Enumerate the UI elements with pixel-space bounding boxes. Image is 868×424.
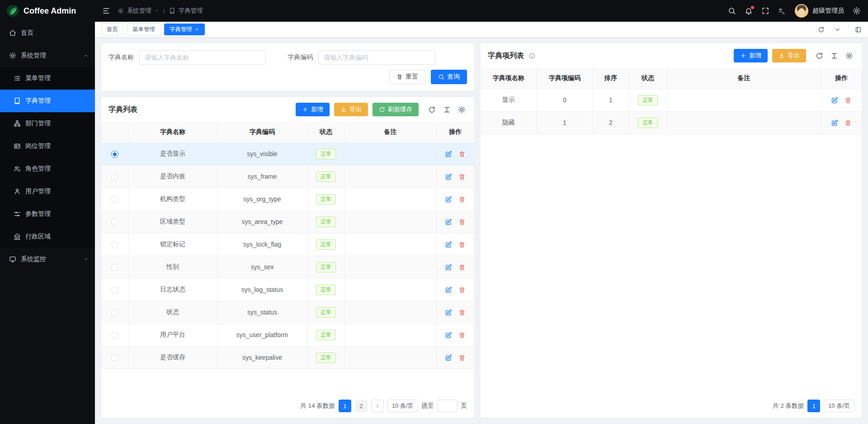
row-radio[interactable] (111, 173, 118, 181)
dict-table-row[interactable]: 是否内嵌sys_frame正常 (101, 165, 474, 188)
refresh-tab-button[interactable] (813, 22, 829, 37)
export-dict-button[interactable]: 导出 (334, 103, 368, 116)
collapse-sidebar-button[interactable] (102, 7, 110, 15)
row-radio[interactable] (111, 332, 118, 339)
dict-table-row[interactable]: 是否缓存sys_keepalive正常 (101, 346, 474, 369)
edit-row-button[interactable] (445, 219, 452, 226)
breadcrumb-level1[interactable]: 系统管理 (127, 7, 151, 15)
column-settings-button[interactable] (457, 106, 467, 114)
row-radio[interactable] (111, 151, 118, 158)
search-button[interactable] (728, 7, 736, 15)
jump-page-input[interactable] (438, 400, 458, 412)
edit-row-button[interactable] (445, 241, 452, 248)
add-item-button[interactable]: 新增 (734, 49, 768, 62)
gear-icon (118, 8, 124, 14)
close-icon[interactable] (195, 27, 199, 32)
translate-button[interactable]: 文A (778, 7, 786, 15)
sidebar-group-system-mgmt[interactable]: 系统管理 (0, 44, 95, 67)
page-button-1[interactable]: 1 (339, 400, 351, 412)
refresh-table-button[interactable] (814, 52, 825, 60)
delete-row-button[interactable] (458, 286, 466, 294)
dict-table-row[interactable]: 区域类型sys_area_type正常 (101, 210, 474, 233)
refresh-table-button[interactable] (427, 106, 437, 114)
next-page-button[interactable] (371, 400, 384, 412)
edit-row-button[interactable] (445, 286, 452, 294)
fullscreen-button[interactable] (761, 7, 769, 15)
dict-table-row[interactable]: 日志状态sys_log_status正常 (101, 278, 474, 301)
row-radio[interactable] (111, 264, 118, 271)
sidebar-group-system-monitor[interactable]: 系统监控 (0, 248, 95, 271)
delete-row-button[interactable] (458, 264, 466, 271)
settings-button[interactable] (853, 7, 861, 15)
sidebar-item-region-mgmt[interactable]: 行政区域 (0, 225, 95, 248)
sidebar-item-user-mgmt[interactable]: 用户管理 (0, 180, 95, 203)
dict-table-row[interactable]: 机构类型sys_org_type正常 (101, 188, 474, 210)
sidebar-item-menu-mgmt[interactable]: 菜单管理 (0, 67, 95, 90)
page-button-2[interactable]: 2 (355, 400, 368, 412)
page-size-select[interactable]: 10 条/页 (824, 400, 854, 412)
delete-row-button[interactable] (844, 119, 852, 127)
row-radio[interactable] (111, 286, 118, 294)
page-size-select[interactable]: 10 条/页 (387, 400, 418, 412)
edit-row-button[interactable] (831, 97, 838, 104)
edit-row-button[interactable] (445, 264, 452, 271)
sidebar-item-post-mgmt[interactable]: 岗位管理 (0, 135, 95, 157)
tab-dict-mgmt[interactable]: 字典管理 (164, 24, 205, 35)
row-radio[interactable] (111, 241, 118, 248)
edit-row-button[interactable] (831, 119, 838, 127)
delete-row-button[interactable] (458, 241, 466, 248)
delete-row-button[interactable] (458, 219, 466, 226)
row-radio[interactable] (111, 354, 118, 362)
delete-row-button[interactable] (458, 354, 466, 362)
sidebar-item-dept-mgmt[interactable]: 部门管理 (0, 112, 95, 135)
dict-code-input[interactable] (318, 50, 436, 65)
info-icon (528, 52, 535, 59)
column-settings-button[interactable] (844, 52, 854, 60)
delete-row-button[interactable] (458, 151, 466, 158)
sidebar-item-dict-mgmt[interactable]: 字典管理 (0, 90, 95, 112)
item-table-row[interactable]: 隐藏12正常 (481, 111, 862, 134)
breadcrumb-level2[interactable]: 字典管理 (179, 7, 203, 15)
row-radio[interactable] (111, 219, 118, 226)
export-item-button[interactable]: 导出 (772, 49, 806, 62)
status-cell: 正常 (307, 301, 344, 324)
dict-table-row[interactable]: 性别sys_sex正常 (101, 256, 474, 278)
sidebar-item-role-mgmt[interactable]: 角色管理 (0, 157, 95, 180)
dict-table-row[interactable]: 状态sys_status正常 (101, 301, 474, 324)
dict-table-row[interactable]: 锁定标记sys_lock_flag正常 (101, 233, 474, 256)
query-button[interactable]: 查询 (431, 70, 467, 84)
row-radio[interactable] (111, 309, 118, 316)
reset-button[interactable]: 重置 (389, 70, 425, 84)
delete-row-button[interactable] (844, 97, 852, 104)
dict-name-input[interactable] (139, 50, 266, 65)
user-menu[interactable]: 超级管理员 (795, 4, 844, 18)
delete-row-button[interactable] (458, 309, 466, 316)
page-button-1[interactable]: 1 (807, 400, 820, 412)
tab-actions-dropdown[interactable] (829, 22, 845, 37)
edit-row-button[interactable] (445, 173, 452, 181)
tab-home[interactable]: 首页 (101, 24, 123, 35)
content-fullscreen-button[interactable] (848, 22, 868, 37)
refresh-cache-button[interactable]: 刷新缓存 (373, 103, 419, 116)
row-radio[interactable] (111, 196, 118, 203)
dict-table-row[interactable]: 是否显示sys_visible正常 (101, 143, 474, 165)
text-size-button[interactable] (829, 52, 840, 60)
edit-row-button[interactable] (445, 332, 452, 339)
dict-table-row[interactable]: 用户平台sys_user_platform正常 (101, 324, 474, 346)
tab-menu-mgmt[interactable]: 菜单管理 (127, 24, 160, 35)
edit-row-button[interactable] (445, 309, 452, 316)
status-cell: 正常 (307, 165, 344, 188)
delete-row-button[interactable] (458, 196, 466, 203)
sidebar-item-param-mgmt[interactable]: 参数管理 (0, 203, 95, 225)
text-size-button[interactable] (442, 106, 452, 114)
item-table-row[interactable]: 显示01正常 (481, 89, 862, 111)
edit-row-button[interactable] (445, 196, 452, 203)
app-logo[interactable]: Coffee Admin (0, 0, 95, 22)
delete-row-button[interactable] (458, 332, 466, 339)
add-dict-button[interactable]: 新增 (296, 103, 330, 116)
edit-row-button[interactable] (445, 354, 452, 362)
edit-row-button[interactable] (445, 151, 452, 158)
delete-row-button[interactable] (458, 173, 466, 181)
notifications-button[interactable] (745, 7, 753, 15)
sidebar-item-home[interactable]: 首页 (0, 22, 95, 44)
